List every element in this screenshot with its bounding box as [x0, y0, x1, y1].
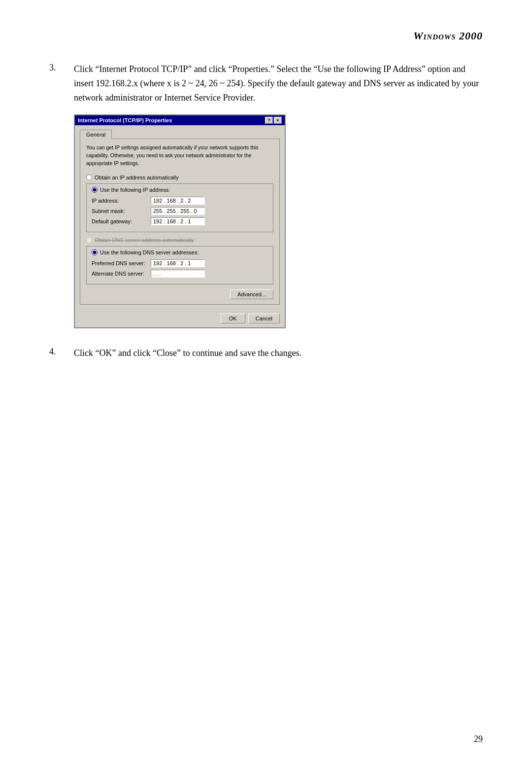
header-title: Windows 2000	[413, 30, 483, 42]
preferred-dns-label: Preferred DNS server:	[92, 260, 151, 266]
radio-use-following-dns-input[interactable]	[92, 249, 98, 255]
radio-use-following-dns-label: Use the following DNS server addresses:	[100, 249, 199, 255]
radio-obtain-auto[interactable]: Obtain an IP address automatically	[86, 175, 273, 180]
step-4-content: Click “OK” and click “Close” to continue…	[74, 346, 483, 370]
step-4-number: 4.	[49, 346, 65, 370]
dialog-close-button[interactable]: ×	[274, 117, 282, 124]
ip-address-field[interactable]: 192 . 168 . 2 . 2	[151, 197, 205, 205]
cancel-button[interactable]: Cancel	[248, 314, 280, 323]
radio-use-following[interactable]: Use the following IP address:	[92, 187, 268, 193]
page-header: Windows 2000	[49, 30, 483, 42]
step-3-text: Click “Internet Protocol TCP/IP” and cli…	[74, 62, 483, 105]
step-4-text: Click “OK” and click “Close” to continue…	[74, 346, 483, 360]
step-4: 4. Click “OK” and click “Close” to conti…	[49, 346, 483, 370]
page-number: 29	[474, 734, 483, 744]
subnet-mask-field[interactable]: 255 . 255 . 255 . 0	[151, 207, 205, 215]
radio-obtain-dns-auto-label: Obtain DNS server address automatically	[95, 237, 194, 243]
radio-obtain-dns-auto[interactable]: Obtain DNS server address automatically	[86, 237, 273, 243]
default-gateway-row: Default gateway: 192 . 168 . 2 . 1	[92, 217, 268, 225]
default-gateway-label: Default gateway:	[92, 218, 151, 224]
ip-group-box: Use the following IP address: IP address…	[86, 183, 273, 232]
dns-group-box: Use the following DNS server addresses: …	[86, 246, 273, 284]
radio-use-following-label: Use the following IP address:	[100, 187, 170, 193]
radio-group-ip: Obtain an IP address automatically	[86, 175, 273, 180]
page: Windows 2000 3. Click “Internet Protocol…	[0, 0, 532, 427]
alternate-dns-label: Alternate DNS server:	[92, 271, 151, 277]
alternate-dns-row: Alternate DNS server: . . .	[92, 270, 268, 278]
alternate-dns-field[interactable]: . . .	[151, 270, 205, 278]
radio-use-following-dns[interactable]: Use the following DNS server addresses:	[92, 249, 268, 255]
dialog-panel: You can get IP settings assigned automat…	[80, 139, 280, 304]
ip-address-label: IP address:	[92, 198, 151, 204]
radio-obtain-dns-auto-input[interactable]	[86, 237, 92, 243]
footer-buttons: OK Cancel	[221, 314, 280, 323]
advanced-button[interactable]: Advanced...	[230, 289, 273, 299]
info-text: You can get IP settings assigned automat…	[86, 144, 273, 167]
tab-general[interactable]: General	[80, 130, 112, 139]
subnet-mask-row: Subnet mask: 255 . 255 . 255 . 0	[92, 207, 268, 215]
step-3-number: 3.	[49, 62, 65, 328]
preferred-dns-row: Preferred DNS server: 192 . 168 . 2 . 1	[92, 259, 268, 267]
titlebar-buttons: ? ×	[265, 117, 282, 124]
step-3: 3. Click “Internet Protocol TCP/IP” and …	[49, 62, 483, 328]
preferred-dns-field[interactable]: 192 . 168 . 2 . 1	[151, 259, 205, 267]
dialog-body: General You can get IP settings assigned…	[75, 125, 285, 309]
step-3-content: Click “Internet Protocol TCP/IP” and cli…	[74, 62, 483, 328]
radio-obtain-auto-label: Obtain an IP address automatically	[95, 175, 178, 180]
subnet-mask-label: Subnet mask:	[92, 208, 151, 214]
dialog-title: Internet Protocol (TCP/IP) Properties	[78, 117, 172, 123]
dialog-window: Internet Protocol (TCP/IP) Properties ? …	[74, 114, 286, 328]
dialog-footer: OK Cancel	[75, 310, 285, 327]
tab-bar: General	[80, 129, 280, 139]
dialog-help-button[interactable]: ?	[265, 117, 273, 124]
ip-address-row: IP address: 192 . 168 . 2 . 2	[92, 197, 268, 205]
radio-use-following-input[interactable]	[92, 187, 98, 193]
default-gateway-field[interactable]: 192 . 168 . 2 . 1	[151, 217, 205, 225]
dns-section: Obtain DNS server address automatically …	[86, 237, 273, 284]
dialog-titlebar: Internet Protocol (TCP/IP) Properties ? …	[75, 115, 285, 125]
radio-obtain-auto-input[interactable]	[86, 175, 92, 180]
advanced-button-area: Advanced...	[86, 289, 273, 299]
ok-button[interactable]: OK	[221, 314, 245, 323]
